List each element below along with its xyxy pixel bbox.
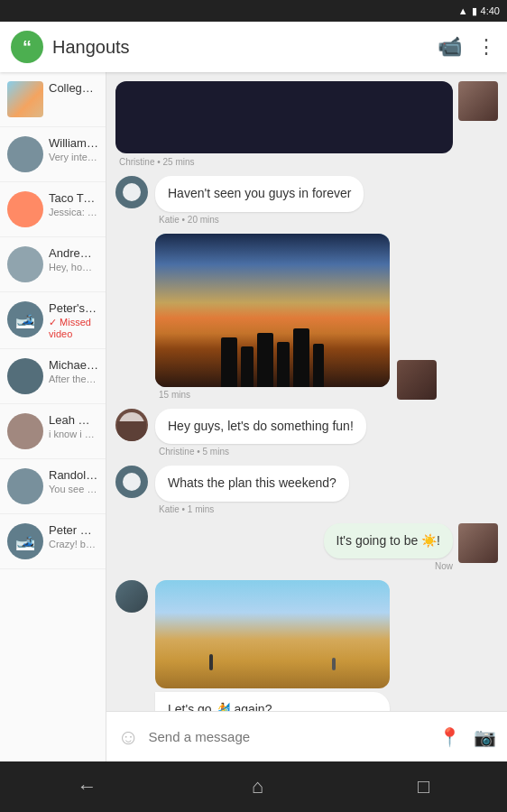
right-thumb-2 — [397, 360, 437, 400]
msg-me-going: It's going to be ☀️! Now — [115, 523, 498, 572]
sidebar-item-william[interactable]: William Jones Very interesting — [0, 127, 106, 182]
sidebar-name-peters: Peter's bestie — [49, 301, 98, 315]
sidebar-item-taco[interactable]: Taco Tuesday Jessica: I'm goin... — [0, 182, 106, 237]
sidebar-avatar-michael — [7, 358, 43, 394]
sidebar-preview-andrew: Hey, how was bru... — [49, 262, 98, 272]
status-icons: ▲ ▮ 4:40 — [458, 5, 500, 17]
input-bar: ☺ 📍 📷 — [106, 711, 507, 761]
sidebar-text-leah: Leah Muniz i know i can do th... — [49, 413, 98, 439]
sidebar-text-michael: Michael Hsu After the party, le... — [49, 358, 98, 384]
sidebar-item-leah[interactable]: Leah Muniz i know i can do th... — [0, 404, 106, 459]
sidebar-preview-randolph: You see stephen... — [49, 484, 98, 494]
sidebar-item-andrew[interactable]: Andrew John... Hey, how was bru... — [0, 237, 106, 292]
tree-6 — [313, 344, 324, 387]
msg-meta-katie-1: Katie • 1 mins — [155, 504, 349, 514]
sidebar-item-peters-bestie[interactable]: 🎿 Peter's bestie ✓ Missed video — [0, 292, 106, 349]
sidebar-avatar-william — [7, 136, 43, 172]
avatar-katie-plan — [115, 466, 148, 498]
sidebar-avatar-college — [7, 81, 43, 117]
msg-meta-christine-25: Christine • 25 mins — [115, 157, 453, 167]
beach-figure-2 — [332, 658, 336, 670]
app-title: Hangouts — [52, 37, 438, 58]
msg-content-katie-havent: Haven't seen you guys in forever Katie •… — [155, 176, 364, 225]
msg-sunset-image — [155, 234, 390, 387]
emoji-icon[interactable]: ☺ — [117, 724, 140, 750]
status-bar: ▲ ▮ 4:40 — [0, 0, 507, 22]
sidebar-item-peter-safara[interactable]: 🎿 Peter Safara... Crazy! best of luc... — [0, 514, 106, 569]
sidebar-name-randolph: Randolph Ng... — [49, 468, 98, 482]
tree-3 — [257, 333, 273, 387]
sidebar-text-taco: Taco Tuesday Jessica: I'm goin... — [49, 191, 98, 217]
sidebar-item-college-budd[interactable]: College budd... — [0, 72, 106, 127]
sidebar: College budd... William Jones Very inter… — [0, 72, 106, 761]
msg-content-katie-plan: Whats the plan this weekend? Katie • 1 m… — [155, 466, 349, 514]
sidebar-name-taco: Taco Tuesday — [49, 191, 98, 205]
sidebar-name-peter-safara: Peter Safara... — [49, 523, 98, 537]
home-button[interactable]: ⌂ — [252, 775, 263, 798]
beach-figure-1 — [209, 654, 213, 670]
msg-beach-image — [155, 580, 390, 688]
sidebar-preview-michael: After the party, le... — [49, 374, 98, 384]
battery-icon: ▮ — [472, 5, 477, 17]
sidebar-avatar-taco — [7, 191, 43, 227]
msg-content-me-going: It's going to be ☀️! Now — [324, 523, 453, 572]
toolbar: “ Hangouts 📹 ⋮ — [0, 22, 507, 72]
sidebar-text-william: William Jones Very interesting — [49, 136, 98, 162]
msg-katie-plan: Whats the plan this weekend? Katie • 1 m… — [115, 466, 498, 514]
msg-sunset-inner — [155, 234, 390, 387]
sidebar-item-randolph[interactable]: Randolph Ng... You see stephen... — [0, 459, 106, 514]
msg-sunset-group: 15 mins — [115, 234, 498, 400]
sidebar-avatar-randolph — [7, 468, 43, 504]
sidebar-preview-taco: Jessica: I'm goin... — [49, 207, 98, 217]
sidebar-avatar-leah — [7, 413, 43, 449]
time: 4:40 — [481, 5, 500, 16]
sidebar-name-michael: Michael Hsu — [49, 358, 98, 372]
msg-meta-me-now: Now — [324, 561, 453, 571]
msg-top-dark-image: Christine • 25 mins — [115, 81, 498, 167]
tree-5 — [293, 328, 309, 387]
app-logo: “ — [11, 31, 43, 63]
input-action-icons: 📍 📷 — [438, 726, 496, 748]
menu-icon[interactable]: ⋮ — [476, 35, 496, 59]
avatar-christine-hey — [115, 409, 148, 441]
sunset-bg — [155, 234, 390, 387]
sidebar-item-michael[interactable]: Michael Hsu After the party, le... — [0, 349, 106, 404]
sidebar-name-andrew: Andrew John... — [49, 246, 98, 260]
message-input[interactable] — [149, 729, 429, 744]
msg-katie-havent: Haven't seen you guys in forever Katie •… — [115, 176, 498, 225]
right-thumb-1 — [458, 81, 498, 121]
camera-icon[interactable]: 📷 — [474, 726, 496, 748]
tree-4 — [277, 342, 290, 387]
msg-bubble-katie-havent: Haven't seen you guys in forever — [155, 176, 364, 212]
chat-messages: Christine • 25 mins Haven't seen you guy… — [106, 72, 507, 761]
msg-dark-image — [115, 81, 453, 153]
msg-bubble-katie-plan: Whats the plan this weekend? — [155, 466, 349, 502]
video-call-icon[interactable]: 📹 — [438, 35, 462, 59]
sidebar-name-college: College budd... — [49, 81, 98, 95]
recents-button[interactable]: □ — [418, 775, 429, 798]
sidebar-preview-peter-safara: Crazy! best of luc... — [49, 539, 98, 549]
right-thumb-3 — [458, 523, 498, 563]
sidebar-avatar-peters: 🎿 — [7, 301, 43, 337]
back-button[interactable]: ← — [78, 775, 97, 798]
msg-bubble-christine-hey: Hey guys, let's do something fun! — [155, 409, 366, 445]
sidebar-name-leah: Leah Muniz — [49, 413, 98, 427]
toolbar-icons: 📹 ⋮ — [438, 35, 496, 59]
main-layout: College budd... William Jones Very inter… — [0, 72, 507, 761]
avatar-simon — [115, 580, 148, 613]
msg-christine-hey: Hey guys, let's do something fun! Christ… — [115, 409, 498, 457]
sidebar-avatar-peter-safara: 🎿 — [7, 523, 43, 559]
msg-meta-katie-20: Katie • 20 mins — [155, 215, 364, 225]
sidebar-preview-william: Very interesting — [49, 152, 98, 162]
sunset-trees — [155, 333, 390, 387]
navigation-bar: ← ⌂ □ — [0, 761, 507, 812]
chat-panel: Christine • 25 mins Haven't seen you guy… — [106, 72, 507, 761]
sidebar-text-college: College budd... — [49, 81, 98, 95]
msg-bubble-me-going: It's going to be ☀️! — [324, 523, 453, 559]
sidebar-text-andrew: Andrew John... Hey, how was bru... — [49, 246, 98, 272]
wifi-icon: ▲ — [458, 5, 468, 16]
sidebar-text-peter-safara: Peter Safara... Crazy! best of luc... — [49, 523, 98, 549]
msg-meta-christine-5: Christine • 5 mins — [155, 447, 366, 457]
location-icon[interactable]: 📍 — [438, 726, 461, 748]
tree-2 — [241, 346, 254, 387]
